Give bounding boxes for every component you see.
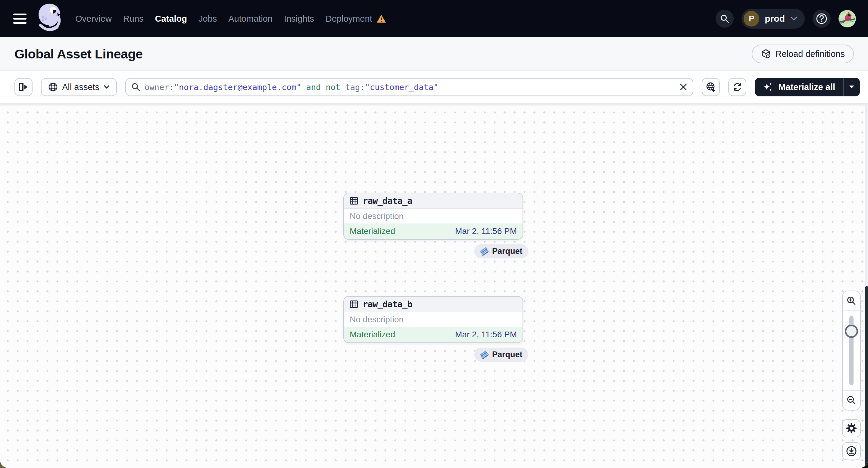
nav-item-overview[interactable]: Overview [75,14,112,24]
app-window: Overview Runs Catalog Jobs Automation In… [0,0,868,468]
deployment-name: prod [765,13,785,24]
asset-node-header: raw_data_b [344,297,523,312]
close-icon [679,83,687,91]
asset-filter-query[interactable]: owner:"nora.dagster@example.com" and not… [145,83,675,92]
asset-node-raw-data-a[interactable]: raw_data_a No description Materialized M… [343,193,523,240]
parquet-icon [480,350,489,359]
global-search-button[interactable] [716,10,734,28]
table-icon [349,300,359,309]
nav-item-jobs[interactable]: Jobs [198,14,217,24]
asset-materialization-time[interactable]: Mar 2, 11:56 PM [455,226,517,236]
zoom-slider [843,311,860,391]
topbar-right-cluster: P prod [716,9,856,29]
zoom-control-panel [842,291,861,410]
panel-expand-icon [19,83,29,92]
reload-definitions-label: Reload definitions [775,49,845,59]
reload-definitions-button[interactable]: Reload definitions [752,44,854,63]
graph-settings-button[interactable] [842,419,861,437]
materialize-split-button: Materialize all [755,78,860,96]
vertical-scrollbar-track[interactable] [865,103,868,468]
nav-item-automation[interactable]: Automation [228,14,273,24]
asset-description: No description [344,209,523,223]
asset-materialization-time[interactable]: Mar 2, 11:56 PM [455,330,517,339]
search-icon [720,14,729,23]
storage-kind-badge-parquet[interactable]: Parquet [474,244,528,258]
clear-filter-button[interactable] [679,83,687,91]
query-value-owner: "nora.dagster@example.com" [174,83,302,92]
asset-status-row: Materialized Mar 2, 11:56 PM [344,223,523,239]
deployment-switcher[interactable]: P prod [742,9,805,29]
zoom-in-icon [846,296,857,306]
nav-item-deployment-label: Deployment [326,14,372,24]
zoom-slider-thumb[interactable] [845,325,858,338]
lineage-graph-canvas[interactable]: raw_data_a No description Materialized M… [0,103,868,468]
download-graph-button[interactable] [842,442,861,460]
vertical-scrollbar-thumb[interactable] [865,286,868,468]
asset-scope-dropdown[interactable]: All assets [41,78,117,96]
asset-scope-label: All assets [62,82,99,92]
asset-filter-input[interactable]: owner:"nora.dagster@example.com" and not… [125,78,693,96]
globe-add-icon [705,82,716,92]
asset-node-header: raw_data_a [344,193,523,209]
page-header: Global Asset Lineage Reload definitions [0,37,868,71]
help-icon [815,13,828,25]
hamburger-menu-button[interactable] [13,13,27,24]
deployment-initial-badge: P [744,11,759,27]
lineage-toolbar: All assets owner:"nora.dagster@example.c… [0,71,868,103]
dagster-logo [35,1,65,36]
asset-node-raw-data-b[interactable]: raw_data_b No description Materialized M… [343,296,523,343]
refresh-icon [732,82,742,92]
asset-name: raw_data_a [363,196,412,206]
nav-item-insights[interactable]: Insights [284,14,314,24]
primary-nav: Overview Runs Catalog Jobs Automation In… [75,14,386,24]
materialize-options-button[interactable] [843,78,860,96]
cardinal-avatar-image [838,10,856,27]
globe-icon [48,82,58,92]
dagster-octopus-icon [35,1,65,36]
gear-icon [846,423,857,434]
search-icon [131,83,141,92]
nav-item-catalog[interactable]: Catalog [155,14,187,24]
caret-down-icon [849,85,855,89]
nav-item-runs[interactable]: Runs [123,14,144,24]
refresh-graph-button[interactable] [728,78,746,96]
materialize-all-button[interactable]: Materialize all [755,78,843,96]
sparkles-icon [763,82,773,92]
chevron-down-icon [790,16,798,21]
query-operator: and not [301,83,345,92]
query-key-owner: owner: [145,83,174,92]
chevron-down-icon [103,85,110,89]
top-navigation-bar: Overview Runs Catalog Jobs Automation In… [0,0,868,37]
storage-kind-label: Parquet [492,247,523,256]
page-title: Global Asset Lineage [14,47,143,61]
materialize-all-label: Materialize all [778,82,835,92]
zoom-out-button[interactable] [843,391,860,410]
download-icon [846,445,857,457]
storage-kind-label: Parquet [492,350,523,359]
asset-description: No description [344,312,523,327]
storage-kind-badge-parquet[interactable]: Parquet [474,347,528,362]
zoom-out-icon [846,395,857,405]
asset-status: Materialized [350,226,395,236]
add-external-source-button[interactable] [702,78,720,96]
query-value-tag: "customer_data" [365,83,438,92]
asset-name: raw_data_b [363,299,412,309]
asset-status-row: Materialized Mar 2, 11:56 PM [344,327,523,342]
open-asset-panel-button[interactable] [14,78,33,96]
warning-icon [376,14,386,23]
user-avatar[interactable] [838,10,856,27]
parquet-icon [480,247,489,256]
table-icon [349,196,359,206]
query-key-tag: tag: [345,83,365,92]
asset-status: Materialized [350,330,395,339]
zoom-in-button[interactable] [843,291,860,311]
reload-definitions-icon [761,49,771,59]
nav-item-deployment[interactable]: Deployment [326,14,386,24]
help-button[interactable] [813,10,831,28]
